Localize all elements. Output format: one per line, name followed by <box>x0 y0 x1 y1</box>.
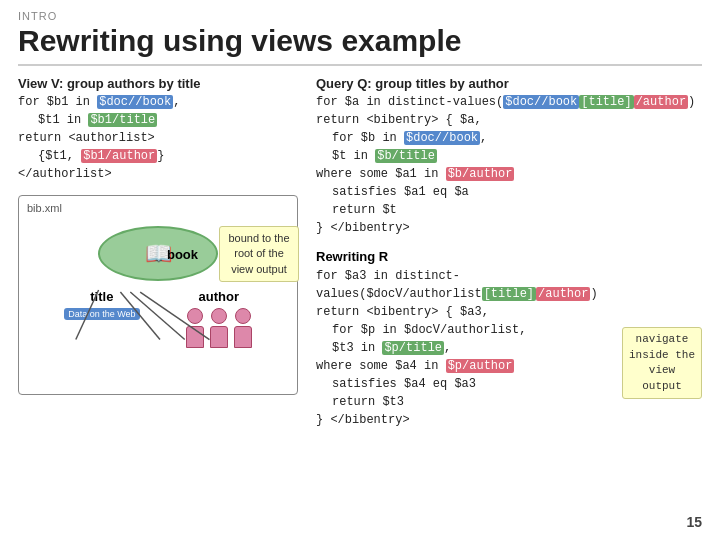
data-web-badge: Data on the Web <box>64 308 139 320</box>
person-3 <box>234 308 252 348</box>
page-number: 15 <box>686 514 702 530</box>
line1-text: for $b1 in <box>18 95 97 109</box>
q-line1: for $a in distinct-values($doc//book[tit… <box>316 93 702 111</box>
q-line4: $t in $b/title <box>316 147 702 165</box>
person-body-1 <box>186 326 204 348</box>
line4-highlight: $b1/author <box>81 149 157 163</box>
diagram-label: bib.xml <box>27 202 62 214</box>
content-area: View V: group authors by title for $b1 i… <box>18 76 702 506</box>
person-2 <box>210 308 228 348</box>
q-hl2: [title] <box>579 95 633 109</box>
nodes-row: title Data on the Web author <box>31 289 285 348</box>
q-hl3: /author <box>634 95 688 109</box>
r-hl1: [title] <box>482 287 536 301</box>
line4-text: {$t1, <box>38 149 81 163</box>
code-line1: for $b1 in $doc//book, <box>18 93 298 111</box>
r-line4-text: $t3 in <box>332 341 382 355</box>
r-line8: } </bibentry> <box>316 411 702 429</box>
r-line1b: ) <box>590 287 597 301</box>
line1b: , <box>173 95 180 109</box>
q-hl5: $b/title <box>375 149 437 163</box>
person-head-3 <box>235 308 251 324</box>
person-head-1 <box>187 308 203 324</box>
code-line3: return <authorlist> <box>18 129 298 147</box>
rewriting-title: Rewriting R <box>316 249 702 264</box>
q-line5-text: where some $a1 in <box>316 167 446 181</box>
person-1 <box>186 308 204 348</box>
book-node: 📖 book <box>98 226 218 281</box>
slide-title: Rewriting using views example <box>18 24 702 66</box>
q-line4-text: $t in <box>332 149 375 163</box>
r-line5-text: where some $a4 in <box>316 359 446 373</box>
right-panel: Query Q: group titles by author for $a i… <box>316 76 702 506</box>
line1-highlight: $doc//book <box>97 95 173 109</box>
q-line2: return <bibentry> { $a, <box>316 111 702 129</box>
title-node: title Data on the Web <box>64 289 139 320</box>
q-line8: } </bibentry> <box>316 219 702 237</box>
person-head-2 <box>211 308 227 324</box>
rewriting-section: Rewriting R for $a3 in distinct-values($… <box>316 249 702 429</box>
tooltip-bound-text: bound to the root of the view output <box>228 232 289 275</box>
line2-text: $t1 in <box>38 113 88 127</box>
q-line7: return $t <box>316 201 702 219</box>
tooltip-bound: bound to the root of the view output <box>219 226 299 282</box>
code-line4: {$t1, $b1/author} <box>18 147 298 165</box>
q-line1b: ) <box>688 95 695 109</box>
slide: INTRO Rewriting using views example View… <box>0 0 720 540</box>
author-figures <box>186 308 252 348</box>
q-hl4: $doc//book <box>404 131 480 145</box>
left-panel: View V: group authors by title for $b1 i… <box>18 76 298 506</box>
view-code: for $b1 in $doc//book, $t1 in $b1/title … <box>18 93 298 183</box>
author-label: author <box>199 289 239 304</box>
person-body-3 <box>234 326 252 348</box>
code-line2: $t1 in $b1/title <box>18 111 298 129</box>
book-label: book <box>167 246 198 261</box>
line4b: } <box>157 149 164 163</box>
view-title: View V: group authors by title <box>18 76 298 91</box>
q-line3-text: for $b in <box>332 131 404 145</box>
tooltip-navigate-text: navigate inside the view output <box>629 333 695 391</box>
q-hl1: $doc//book <box>503 95 579 109</box>
diagram-area: bib.xml 📖 book <box>18 195 298 395</box>
author-node: author <box>186 289 252 348</box>
r-line1-text: for $a3 in distinct-values($docV/authorl… <box>316 269 482 301</box>
r-hl3: $p/title <box>382 341 444 355</box>
q-line1-text: for $a in distinct-values( <box>316 95 503 109</box>
r-line2: return <bibentry> { $a3, <box>316 303 702 321</box>
r-line4b: , <box>444 341 451 355</box>
query-code: for $a in distinct-values($doc//book[tit… <box>316 93 702 237</box>
q-line3b: , <box>480 131 487 145</box>
line2-highlight: $b1/title <box>88 113 157 127</box>
q-line6: satisfies $a1 eq $a <box>316 183 702 201</box>
r-hl2: /author <box>536 287 590 301</box>
query-title: Query Q: group titles by author <box>316 76 702 91</box>
code-line5: </authorlist> <box>18 165 298 183</box>
q-line5: where some $a1 in $b/author <box>316 165 702 183</box>
r-line1: for $a3 in distinct-values($docV/authorl… <box>316 267 702 303</box>
tooltip-navigate: navigate inside the view output <box>622 327 702 399</box>
q-hl6: $b/author <box>446 167 515 181</box>
q-line3: for $b in $doc//book, <box>316 129 702 147</box>
intro-label: INTRO <box>18 10 702 22</box>
title-label: title <box>90 289 113 304</box>
r-hl4: $p/author <box>446 359 515 373</box>
rewriting-code: for $a3 in distinct-values($docV/authorl… <box>316 267 702 429</box>
person-body-2 <box>210 326 228 348</box>
